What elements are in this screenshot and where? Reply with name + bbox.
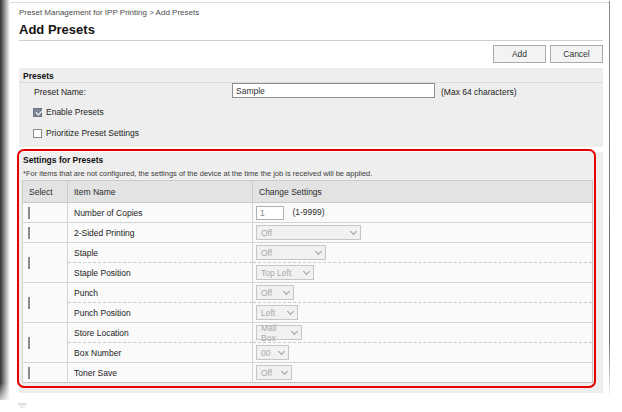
item-name-label: Staple Position: [68, 263, 253, 283]
presets-section-title: Presets: [23, 71, 54, 81]
chevron-down-icon: [281, 367, 288, 374]
table-row: Box Number 00: [23, 343, 593, 363]
table-row: Punch Position Left: [23, 303, 593, 323]
settings-note: *For items that are not configured, the …: [23, 169, 372, 178]
chevron-down-icon: [303, 267, 310, 274]
window-top-border: [10, 2, 609, 3]
settings-section-title: Settings for Presets: [23, 155, 103, 165]
2-sided-printing-select[interactable]: Off: [256, 225, 361, 240]
box-number-select[interactable]: 00: [256, 345, 289, 360]
toner-save-select[interactable]: Off: [256, 365, 292, 380]
item-name-label: Store Location: [68, 323, 253, 343]
item-name-label: Punch Position: [68, 303, 253, 323]
item-name-label: 2-Sided Printing: [68, 223, 253, 243]
chevron-down-icon: [283, 287, 290, 294]
window-left-shadow-fade: [0, 383, 12, 412]
prioritize-preset-settings-checkbox[interactable]: [33, 129, 42, 138]
enable-presets-checkbox[interactable]: [33, 108, 42, 117]
chevron-down-icon: [291, 327, 298, 334]
cancel-button[interactable]: Cancel: [550, 45, 603, 63]
row-select-checkbox-staple[interactable]: [28, 257, 30, 269]
number-of-copies-range-hint: (1-9999): [292, 207, 324, 217]
page-title: Add Presets: [19, 22, 95, 37]
item-name-label: Staple: [68, 243, 253, 263]
number-of-copies-input[interactable]: [256, 206, 284, 220]
row-select-checkbox-store-location[interactable]: [28, 337, 30, 349]
table-row: 2-Sided Printing Off: [23, 223, 593, 243]
window-left-shadow: [0, 0, 10, 400]
table-row: Store Location Mail Box: [23, 323, 593, 343]
item-name-label: Number of Copies: [68, 203, 253, 223]
row-select-checkbox-2-sided-printing[interactable]: [28, 227, 30, 239]
clipped-content-fragment: [20, 405, 25, 408]
settings-table: Select Item Name Change Settings Number …: [22, 180, 593, 383]
settings-panel: Settings for Presets *For items that are…: [19, 152, 603, 393]
store-location-select[interactable]: Mail Box: [256, 325, 302, 340]
punch-select[interactable]: Off: [256, 285, 294, 300]
chevron-down-icon: [278, 347, 285, 354]
row-select-checkbox-number-of-copies[interactable]: [28, 207, 30, 219]
table-row: Staple Position Top Left: [23, 263, 593, 283]
table-row: Toner Save Off: [23, 363, 593, 383]
chevron-down-icon: [287, 307, 294, 314]
preset-name-input[interactable]: [232, 83, 435, 98]
column-header-change-settings: Change Settings: [253, 181, 593, 203]
preset-name-hint: (Max 64 characters): [441, 87, 517, 97]
table-row: Number of Copies (1-9999): [23, 203, 593, 223]
table-row: Staple Off: [23, 243, 593, 263]
window-right-border: [609, 1, 610, 399]
column-header-select: Select: [23, 181, 68, 203]
item-name-label: Punch: [68, 283, 253, 303]
table-header-row: Select Item Name Change Settings: [23, 181, 593, 203]
chevron-down-icon: [315, 247, 322, 254]
item-name-label: Toner Save: [68, 363, 253, 383]
staple-select[interactable]: Off: [256, 245, 326, 260]
preset-name-label: Preset Name:: [34, 87, 86, 97]
screen: Preset Management for IPP Printing > Add…: [0, 0, 622, 412]
row-select-checkbox-toner-save[interactable]: [28, 367, 30, 379]
staple-position-select[interactable]: Top Left: [256, 265, 314, 280]
prioritize-preset-settings-label: Prioritize Preset Settings: [46, 128, 139, 138]
chevron-down-icon: [350, 227, 357, 234]
presets-panel: Presets Preset Name: (Max 64 characters)…: [19, 68, 603, 147]
add-button[interactable]: Add: [493, 45, 546, 63]
enable-presets-label: Enable Presets: [46, 107, 104, 117]
item-name-label: Box Number: [68, 343, 253, 363]
column-header-item-name: Item Name: [68, 181, 253, 203]
row-select-checkbox-punch[interactable]: [28, 297, 30, 309]
breadcrumb: Preset Management for IPP Printing > Add…: [19, 8, 199, 17]
table-row: Punch Off: [23, 283, 593, 303]
punch-position-select[interactable]: Left: [256, 305, 298, 320]
title-divider: [19, 40, 603, 41]
